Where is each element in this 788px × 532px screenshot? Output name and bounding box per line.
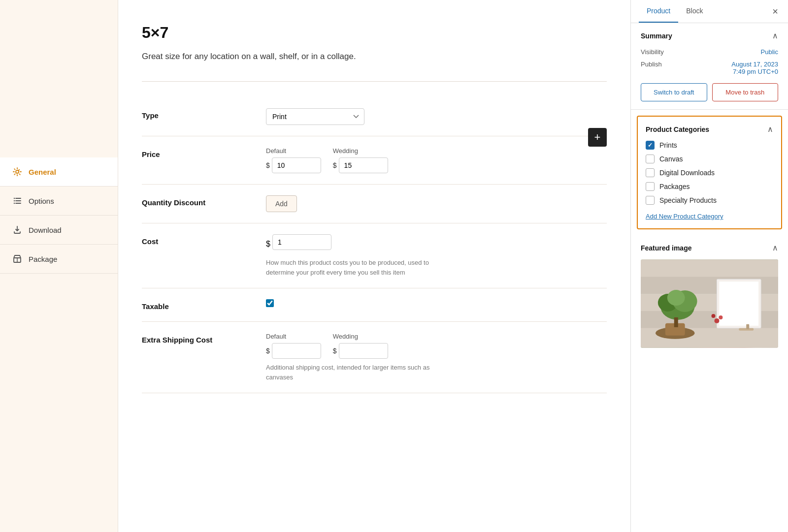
visibility-row: Visibility Public [641, 48, 778, 56]
package-icon [12, 253, 23, 264]
quantity-discount-label: Quantity Discount [142, 195, 250, 207]
category-digital-downloads[interactable]: Digital Downloads [646, 168, 773, 177]
packages-label: Packages [659, 183, 690, 190]
default-price-field: Default $ [266, 147, 321, 173]
switch-to-draft-button[interactable]: Switch to draft [641, 83, 707, 101]
wedding-price-wrap: $ [333, 157, 388, 173]
quantity-discount-control: Add [266, 195, 607, 212]
panel-close-button[interactable]: × [770, 4, 780, 19]
canvas-checkbox[interactable] [646, 155, 655, 163]
general-form: Type Print Price Default $ [142, 97, 607, 393]
visibility-value[interactable]: Public [761, 48, 778, 56]
svg-point-6 [14, 203, 15, 204]
shipping-control: Default $ Wedding $ Addition [266, 333, 607, 382]
summary-title: Summary [641, 32, 672, 40]
shipping-row: Extra Shipping Cost Default $ Wedding $ [142, 322, 607, 393]
default-price-wrap: $ [266, 157, 321, 173]
wedding-price-field: Wedding $ [333, 147, 388, 173]
specialty-products-label: Specialty Products [659, 196, 717, 204]
prints-checkbox[interactable] [646, 141, 655, 150]
right-panel: Product Block × Summary ∧ Visibility Pub… [630, 0, 788, 532]
panel-tabs: Product Block × [631, 0, 788, 23]
shipping-wedding-field: Wedding $ [333, 333, 388, 359]
featured-image[interactable] [641, 259, 778, 348]
default-price-input[interactable] [272, 157, 321, 173]
add-block-button[interactable]: + [588, 128, 607, 147]
featured-image-chevron-icon[interactable]: ∧ [772, 243, 778, 252]
specialty-products-checkbox[interactable] [646, 196, 655, 205]
download-icon [12, 224, 23, 235]
publish-value[interactable]: August 17, 2023 7:49 pm UTC+0 [731, 61, 778, 75]
wedding-price-label: Wedding [333, 147, 388, 155]
publish-row: Publish August 17, 2023 7:49 pm UTC+0 [641, 61, 778, 75]
shipping-default-field: Default $ [266, 333, 321, 359]
sidebar-item-options[interactable]: Options [0, 187, 118, 216]
categories-header: Product Categories ∧ [646, 125, 773, 134]
tab-product[interactable]: Product [639, 0, 678, 23]
visibility-label: Visibility [641, 48, 664, 56]
categories-section: Product Categories ∧ Prints Canvas Digit… [637, 116, 782, 229]
summary-chevron-icon[interactable]: ∧ [772, 31, 778, 40]
shipping-default-input[interactable] [272, 343, 321, 359]
shipping-default-symbol: $ [266, 347, 270, 355]
taxable-control [266, 299, 607, 309]
list-icon [12, 195, 23, 206]
cost-label: Cost [142, 234, 250, 246]
shipping-wedding-label: Wedding [333, 333, 388, 340]
sidebar-item-package[interactable]: Package [0, 245, 118, 274]
sidebar-item-general[interactable]: General [0, 157, 118, 187]
default-currency-symbol: $ [266, 161, 270, 169]
price-row: Price Default $ Wedding $ [142, 136, 607, 185]
publish-label: Publish [641, 61, 662, 68]
cost-hint: How much this product costs you to be pr… [266, 258, 433, 277]
featured-image-section: Featured image ∧ [631, 235, 788, 356]
categories-chevron-icon[interactable]: ∧ [767, 125, 773, 134]
add-category-link[interactable]: Add New Product Category [646, 213, 723, 220]
action-buttons: Switch to draft Move to trash [641, 83, 778, 101]
main-content: 5×7 Great size for any location on a wal… [118, 0, 630, 532]
svg-point-5 [14, 200, 15, 201]
move-to-trash-button[interactable]: Move to trash [712, 83, 779, 101]
svg-rect-23 [719, 282, 758, 326]
category-prints[interactable]: Prints [646, 141, 773, 150]
svg-point-20 [667, 290, 685, 306]
featured-image-title: Featured image [641, 244, 691, 252]
category-specialty-products[interactable]: Specialty Products [646, 196, 773, 205]
shipping-label: Extra Shipping Cost [142, 333, 250, 344]
divider [142, 81, 607, 82]
wedding-currency-symbol: $ [333, 161, 337, 169]
categories-title: Product Categories [646, 125, 709, 133]
category-canvas[interactable]: Canvas [646, 155, 773, 163]
digital-downloads-label: Digital Downloads [659, 169, 715, 177]
cost-input[interactable] [272, 234, 331, 250]
default-price-label: Default [266, 147, 321, 155]
tab-block[interactable]: Block [678, 0, 711, 23]
shipping-hint: Additional shipping cost, intended for l… [266, 363, 433, 382]
cost-row: Cost $ How much this product costs you t… [142, 223, 607, 288]
wedding-price-input[interactable] [339, 157, 388, 173]
shipping-wedding-input[interactable] [339, 343, 388, 359]
packages-checkbox[interactable] [646, 182, 655, 191]
svg-rect-25 [746, 324, 749, 329]
add-discount-button[interactable]: Add [266, 195, 297, 212]
sidebar: General Options Download [0, 0, 118, 532]
shipping-wedding-wrap: $ [333, 343, 388, 359]
shipping-group: Default $ Wedding $ [266, 333, 607, 359]
price-label: Price [142, 147, 250, 158]
taxable-checkbox[interactable] [266, 299, 274, 307]
sidebar-item-download[interactable]: Download [0, 216, 118, 245]
summary-header: Summary ∧ [641, 31, 778, 40]
canvas-label: Canvas [659, 155, 683, 163]
digital-downloads-checkbox[interactable] [646, 168, 655, 177]
svg-point-0 [16, 170, 19, 173]
shipping-wedding-symbol: $ [333, 347, 337, 355]
sidebar-label-options: Options [29, 197, 54, 205]
type-select[interactable]: Print [266, 108, 364, 125]
sidebar-label-package: Package [29, 255, 57, 263]
taxable-row: Taxable [142, 288, 607, 322]
price-group: Default $ Wedding $ [266, 147, 607, 173]
category-packages[interactable]: Packages [646, 182, 773, 191]
cost-wrap: $ [266, 234, 607, 254]
price-control: Default $ Wedding $ [266, 147, 607, 173]
cost-currency-symbol: $ [266, 240, 270, 249]
